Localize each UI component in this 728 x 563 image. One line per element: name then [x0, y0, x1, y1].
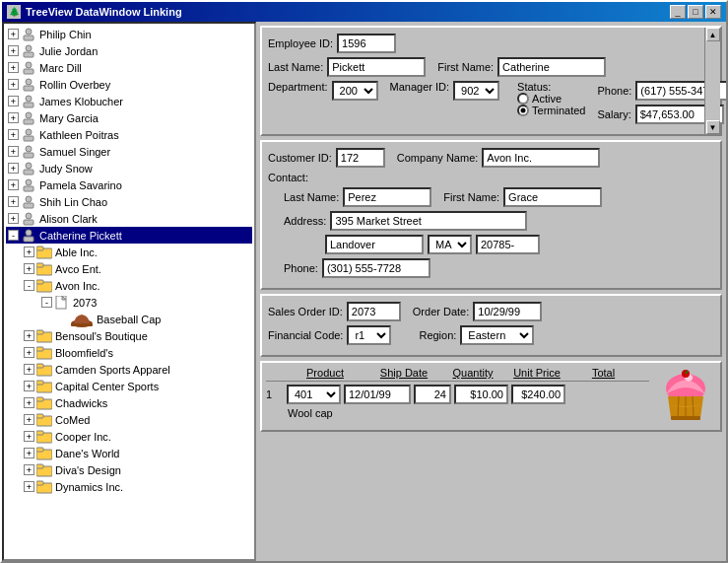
tree-item-philip-chin[interactable]: + Philip Chin: [6, 26, 252, 42]
tree-item-kathleen-poitras[interactable]: + Kathleen Poitras: [6, 126, 252, 143]
quantity-input[interactable]: [414, 385, 451, 404]
state-select[interactable]: MA: [428, 235, 472, 254]
expand-philip-chin[interactable]: +: [8, 29, 19, 39]
expand-alison-clark[interactable]: +: [8, 213, 19, 224]
sales-order-id-input[interactable]: [347, 302, 401, 321]
scrollbar[interactable]: ▲ ▼: [704, 28, 720, 134]
address-label: Address:: [284, 215, 326, 227]
expand-chadwicks[interactable]: +: [24, 397, 34, 408]
expand-danes-world[interactable]: +: [24, 448, 34, 458]
tree-item-catherine-pickett[interactable]: - Catherine Pickett: [6, 227, 252, 244]
customer-phone-input[interactable]: [322, 258, 430, 278]
city-input[interactable]: [325, 235, 424, 254]
financial-code-select[interactable]: r1: [347, 325, 391, 345]
expand-marc-dill[interactable]: +: [8, 62, 19, 73]
status-active-radio[interactable]: Active: [517, 93, 585, 105]
manager-id-select[interactable]: 902: [453, 81, 499, 101]
region-select[interactable]: Eastern: [460, 325, 534, 345]
expand-cooper-inc[interactable]: +: [24, 431, 34, 442]
tree-item-baseball-cap[interactable]: Baseball Cap: [6, 311, 252, 327]
tree-item-danes-world[interactable]: + Dane's World: [6, 445, 252, 461]
expand-catherine-pickett[interactable]: -: [8, 230, 19, 241]
contact-first-name-input[interactable]: [503, 187, 602, 207]
expand-kathleen-poitras[interactable]: +: [8, 129, 19, 140]
first-name-input[interactable]: [497, 57, 606, 77]
svg-rect-21: [24, 203, 33, 208]
expand-samuel-singer[interactable]: +: [8, 146, 19, 157]
tree-item-camden-sports[interactable]: + Camden Sports Apparel: [6, 361, 252, 378]
order-date-input[interactable]: [473, 302, 542, 321]
active-radio-circle[interactable]: [517, 93, 529, 105]
tree-item-able-inc[interactable]: + Able Inc.: [6, 244, 252, 260]
tree-item-bensoul-boutique[interactable]: + Bensoul's Boutique: [6, 327, 252, 344]
tree-item-mary-garcia[interactable]: + Mary Garcia: [6, 109, 252, 126]
tree-label: CoMed: [55, 414, 90, 426]
svg-rect-45: [36, 397, 43, 401]
maximize-button[interactable]: □: [688, 5, 703, 19]
tree-item-judy-snow[interactable]: + Judy Snow: [6, 160, 252, 176]
expand-divas-design[interactable]: +: [24, 464, 34, 475]
tree-item-2073[interactable]: - 2073: [6, 294, 252, 311]
tree-item-julie-jordan[interactable]: + Julie Jordan: [6, 42, 252, 59]
svg-rect-62: [671, 416, 700, 420]
unit-price-input[interactable]: [454, 385, 508, 404]
tree-item-avon-inc[interactable]: - Avon Inc.: [6, 277, 252, 294]
tree-item-avco-ent[interactable]: + Avco Ent.: [6, 260, 252, 277]
status-terminated-radio[interactable]: Terminated: [517, 105, 585, 116]
tree-item-dynamics-inc[interactable]: + Dynamics Inc.: [6, 478, 252, 495]
scroll-up-btn[interactable]: ▲: [706, 28, 720, 41]
tree-item-cooper-inc[interactable]: + Cooper Inc.: [6, 428, 252, 445]
product-select[interactable]: 401: [287, 385, 341, 404]
expand-bloomfields[interactable]: +: [24, 347, 34, 358]
minimize-button[interactable]: _: [670, 5, 686, 19]
tree-item-pamela-savarino[interactable]: + Pamela Savarino: [6, 176, 252, 193]
address-input[interactable]: [330, 211, 527, 231]
expand-able-inc[interactable]: +: [24, 246, 34, 257]
last-name-input[interactable]: [327, 57, 426, 77]
tree-item-shih-lin-chao[interactable]: + Shih Lin Chao: [6, 193, 252, 210]
expand-rollin-overbey[interactable]: +: [8, 79, 19, 90]
tree-item-bloomfields[interactable]: + Bloomfield's: [6, 344, 252, 361]
scroll-down-btn[interactable]: ▼: [706, 120, 720, 134]
svg-rect-1: [24, 35, 33, 40]
expand-dynamics-inc[interactable]: +: [24, 481, 34, 492]
department-select[interactable]: 200: [332, 81, 378, 101]
expand-judy-snow[interactable]: +: [8, 163, 19, 174]
employee-id-input[interactable]: [337, 34, 396, 53]
contact-last-name-input[interactable]: [343, 187, 431, 207]
customer-phone-row: Phone:: [268, 258, 714, 278]
expand-capital-center[interactable]: +: [24, 381, 34, 391]
svg-rect-15: [24, 153, 33, 158]
ship-date-input[interactable]: [344, 385, 411, 404]
svg-rect-5: [24, 69, 33, 74]
total-input[interactable]: [511, 385, 565, 404]
expand-avon-inc[interactable]: -: [24, 280, 34, 291]
expand-bensoul-boutique[interactable]: +: [24, 330, 34, 341]
zip-input[interactable]: [476, 235, 540, 254]
tree-item-james-klobucher[interactable]: + James Klobucher: [6, 93, 252, 109]
close-button[interactable]: ✕: [705, 5, 721, 19]
expand-pamela-savarino[interactable]: +: [8, 179, 19, 190]
expand-shih-lin-chao[interactable]: +: [8, 196, 19, 207]
tree-item-alison-clark[interactable]: + Alison Clark: [6, 210, 252, 227]
customer-id-input[interactable]: [336, 148, 385, 168]
tree-item-rollin-overbey[interactable]: + Rollin Overbey: [6, 76, 252, 93]
terminated-radio-circle[interactable]: [517, 105, 529, 116]
tree-item-comed[interactable]: + CoMed: [6, 411, 252, 428]
expand-julie-jordan[interactable]: +: [8, 45, 19, 56]
expand-avco-ent[interactable]: +: [24, 263, 34, 274]
tree-item-divas-design[interactable]: + Diva's Design: [6, 461, 252, 478]
expand-mary-garcia[interactable]: +: [8, 112, 19, 123]
expand-camden-sports[interactable]: +: [24, 364, 34, 375]
tree-item-capital-center[interactable]: + Capital Center Sports: [6, 378, 252, 394]
expand-james-klobucher[interactable]: +: [8, 96, 19, 106]
tree-item-chadwicks[interactable]: + Chadwicks: [6, 394, 252, 411]
svg-rect-29: [36, 263, 43, 267]
tree-panel[interactable]: + Philip Chin + Julie Jordan + Marc Dill: [2, 22, 256, 561]
expand-comed[interactable]: +: [24, 414, 34, 425]
company-name-input[interactable]: [482, 148, 600, 168]
tree-item-marc-dill[interactable]: + Marc Dill: [6, 59, 252, 76]
expand-2073[interactable]: -: [41, 297, 52, 308]
svg-rect-3: [24, 52, 33, 57]
tree-item-samuel-singer[interactable]: + Samuel Singer: [6, 143, 252, 160]
